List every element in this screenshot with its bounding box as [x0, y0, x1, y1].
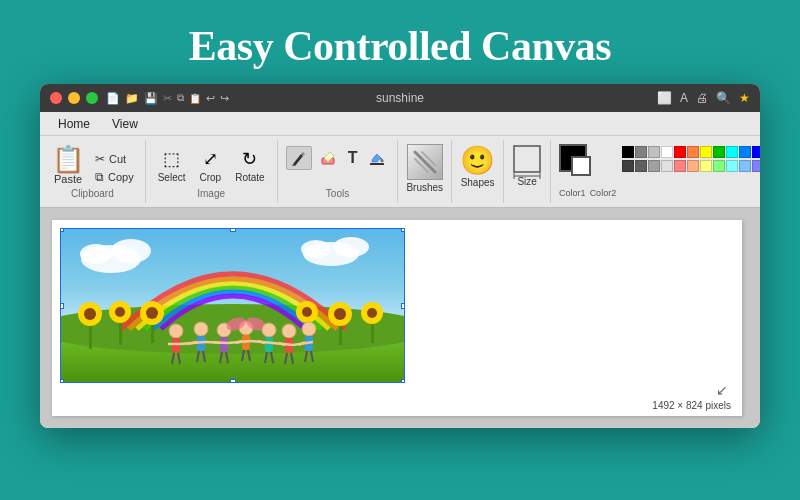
resize-handle-tl[interactable] [60, 228, 64, 232]
color-row-2 [622, 160, 760, 172]
fill-icon [369, 150, 385, 166]
tools-items: T [286, 140, 390, 188]
color-cell[interactable] [622, 146, 634, 158]
menu-item-view[interactable]: View [102, 115, 148, 133]
toolbar-group-tools: T Tools [278, 140, 399, 203]
menu-item-home[interactable]: Home [48, 115, 100, 133]
toolbar-group-shapes: 🙂 Shapes [452, 140, 504, 203]
app-window: 📄 📁 💾 ✂ ⧉ 📋 ↩ ↪ sunshine ⬜ A 🖨 🔍 ★ Home … [40, 84, 760, 428]
resize-handle-tm[interactable] [230, 228, 236, 232]
color-cell[interactable] [674, 160, 686, 172]
cut-label: Cut [109, 153, 126, 165]
rotate-button[interactable]: ↻ Rotate [231, 146, 268, 185]
rotate-label: Rotate [235, 172, 264, 183]
fill-button[interactable] [365, 147, 389, 169]
shapes-items: 🙂 Shapes [460, 140, 495, 206]
clipboard-group-label: Clipboard [40, 188, 145, 199]
eraser-icon [320, 150, 336, 166]
size-button[interactable]: Size [512, 144, 542, 187]
svg-point-41 [194, 322, 208, 336]
size-label: Size [517, 176, 536, 187]
copy-button[interactable]: ⧉ Copy [92, 169, 137, 185]
color-cell[interactable] [726, 160, 738, 172]
selected-image[interactable] [60, 228, 405, 383]
traffic-light-green[interactable] [86, 92, 98, 104]
star-icon: ★ [739, 91, 750, 105]
resize-handle-tr[interactable] [401, 228, 405, 232]
pencil-button[interactable] [286, 146, 312, 170]
svg-line-50 [213, 342, 220, 343]
image-group-label: Image [146, 188, 277, 199]
color-cell[interactable] [648, 160, 660, 172]
brushes-swatch [407, 144, 443, 180]
color-cell[interactable] [739, 146, 751, 158]
undo-icon: ↩ [206, 92, 215, 105]
brushes-items: Brushes [406, 140, 443, 211]
svg-point-16 [333, 237, 369, 257]
color-cell[interactable] [622, 160, 634, 172]
color-cell[interactable] [713, 160, 725, 172]
cut-button[interactable]: ✂ Cut [92, 151, 137, 167]
menu-bar: Home View [40, 112, 760, 136]
crop-label: Crop [199, 172, 221, 183]
colors-group-label: Colors [559, 201, 752, 203]
color-cell[interactable] [661, 160, 673, 172]
brush-pattern-icon [410, 147, 440, 177]
svg-point-36 [169, 324, 183, 338]
traffic-light-red[interactable] [50, 92, 62, 104]
eraser-button[interactable] [316, 147, 340, 169]
color-cell[interactable] [752, 146, 760, 158]
toolbar-group-size: Size [504, 140, 551, 203]
color1-area [559, 144, 616, 172]
size-icon [512, 144, 542, 180]
color-cell[interactable] [674, 146, 686, 158]
color-cell[interactable] [687, 160, 699, 172]
resize-handle-bm[interactable] [230, 379, 236, 383]
color-cell[interactable] [648, 146, 660, 158]
resize-handle-ml[interactable] [60, 303, 64, 309]
svg-point-23 [115, 307, 125, 317]
toolbar-group-colors: Color1 Color2 [551, 140, 760, 203]
svg-point-61 [262, 323, 276, 337]
svg-point-26 [146, 307, 158, 319]
resize-handle-bl[interactable] [60, 379, 64, 383]
color-cell[interactable] [687, 146, 699, 158]
color-cell[interactable] [739, 160, 751, 172]
color-row-1 [622, 146, 760, 158]
save-icon: 💾 [144, 92, 158, 105]
select-button[interactable]: ⬚ Select [154, 146, 190, 185]
svg-point-32 [334, 308, 346, 320]
svg-point-73 [302, 322, 316, 336]
color-cell[interactable] [700, 160, 712, 172]
text-button[interactable]: T [344, 146, 362, 170]
titlebar-right-icons: ⬜ A 🖨 🔍 ★ [657, 91, 750, 105]
canvas-inner[interactable]: 1492 × 824 pixels ↙ [52, 220, 742, 416]
size-items: Size [512, 140, 542, 205]
paste-label: Paste [54, 173, 82, 185]
resize-handle-br[interactable] [401, 379, 405, 383]
color-cell[interactable] [726, 146, 738, 158]
color-cell[interactable] [635, 146, 647, 158]
color-cell[interactable] [713, 146, 725, 158]
tools-group-label: Tools [278, 188, 398, 199]
resize-handle-mr[interactable] [401, 303, 405, 309]
search2-icon: 🔍 [716, 91, 731, 105]
traffic-light-yellow[interactable] [68, 92, 80, 104]
brushes-button[interactable]: Brushes [406, 144, 443, 193]
shapes-button[interactable]: 🙂 Shapes [460, 144, 495, 188]
color-cell[interactable] [752, 160, 760, 172]
color-cell[interactable] [700, 146, 712, 158]
copy-label: Copy [108, 171, 134, 183]
color2-swatch[interactable] [571, 156, 591, 176]
copy-tb-icon: ⧉ [177, 92, 184, 104]
canvas-area: 1492 × 824 pixels ↙ [40, 208, 760, 428]
svg-rect-48 [220, 337, 228, 352]
crop-button[interactable]: ⤢ Crop [195, 146, 225, 185]
file-icon: 📄 [106, 92, 120, 105]
colors-top: Color1 Color2 [559, 144, 752, 201]
color-cell[interactable] [635, 160, 647, 172]
shapes-icon: 🙂 [460, 144, 495, 177]
paste-button[interactable]: 📋 Paste [48, 144, 88, 187]
print-icon: 🖨 [696, 91, 708, 105]
color-cell[interactable] [661, 146, 673, 158]
